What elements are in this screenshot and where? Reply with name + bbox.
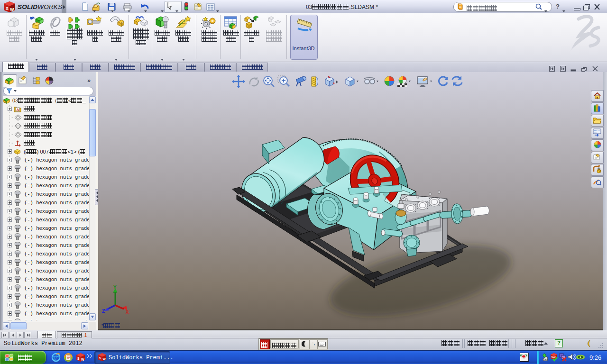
svg-text:Y: Y [113,285,117,290]
svg-text:X: X [126,309,129,314]
svg-text:Z: Z [102,309,105,314]
svg-text:W: W [10,7,14,12]
svg-text:S: S [6,6,9,11]
svg-text:A: A [17,108,19,112]
svg-text:e: e [54,354,57,361]
svg-text:W: W [81,358,84,361]
svg-text:S: S [77,357,80,360]
svg-text:W: W [102,357,106,361]
svg-text:S: S [99,356,101,360]
svg-text:SW: SW [551,356,556,359]
